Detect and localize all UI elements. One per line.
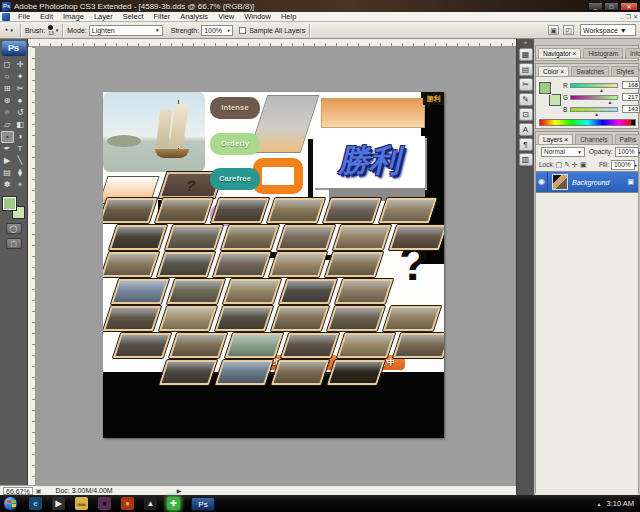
- channel-track-r[interactable]: ▲: [570, 83, 618, 88]
- channel-value-g[interactable]: 217: [622, 93, 640, 101]
- lock-icon-0[interactable]: ▢: [556, 161, 563, 168]
- menu-view[interactable]: View: [213, 12, 239, 21]
- layers-tab-paths[interactable]: Paths: [615, 134, 640, 144]
- brush-preview[interactable]: 13: [48, 25, 54, 35]
- navigator-tab-histogram[interactable]: Histogram: [583, 48, 623, 58]
- media-player-icon[interactable]: ▶: [52, 497, 65, 510]
- slice-tool-icon[interactable]: ✂: [14, 83, 27, 95]
- screen-mode-button[interactable]: ▢: [6, 238, 22, 249]
- blend-mode-dropdown[interactable]: Normal▼: [541, 147, 585, 157]
- color-tab-color[interactable]: Color ×: [538, 66, 569, 76]
- clock[interactable]: 3:10 AM: [606, 499, 634, 508]
- menu-help[interactable]: Help: [276, 12, 301, 21]
- palette-well-icon[interactable]: ▣: [548, 25, 559, 35]
- tray-expand-icon[interactable]: ▴: [597, 500, 600, 507]
- zoom-tool-icon[interactable]: ⌖: [14, 179, 27, 191]
- mode-dropdown[interactable]: Lighten▼: [89, 25, 163, 36]
- layers-tab-channels[interactable]: Channels: [575, 134, 612, 144]
- lock-icon-2[interactable]: ✛: [572, 161, 578, 168]
- move-tool-icon[interactable]: ✛: [14, 59, 27, 71]
- path-select-tool-icon[interactable]: ▶: [1, 155, 14, 167]
- type-tool-icon[interactable]: T: [14, 143, 27, 155]
- explorer-folder-icon[interactable]: ▬: [75, 497, 88, 510]
- history-brush-tool-icon[interactable]: ↺: [14, 107, 27, 119]
- lock-icon-1[interactable]: ✎: [564, 161, 570, 168]
- animation-panel-icon[interactable]: ⊡: [519, 108, 533, 121]
- color-ramp[interactable]: [539, 119, 636, 126]
- menu-layer[interactable]: Layer: [89, 12, 118, 21]
- panel-color-swatches[interactable]: [539, 82, 561, 106]
- color-tab-swatches[interactable]: Swatches: [571, 66, 609, 76]
- bridge-icon[interactable]: ◰: [563, 25, 574, 35]
- menu-file[interactable]: File: [13, 12, 35, 21]
- workspace-dropdown[interactable]: Workspace ▼: [580, 24, 636, 36]
- channel-track-b[interactable]: ▲: [570, 107, 618, 112]
- character-panel-icon[interactable]: A: [519, 123, 533, 136]
- eyedropper-tool-icon[interactable]: ⧫: [14, 167, 27, 179]
- magic-wand-tool-icon[interactable]: ✦: [14, 71, 27, 83]
- menu-select[interactable]: Select: [118, 12, 149, 21]
- eraser-tool-icon[interactable]: ▱: [1, 119, 14, 131]
- actions-panel-icon[interactable]: ▥: [519, 153, 533, 166]
- layer-comps-panel-icon[interactable]: ✎: [519, 93, 533, 106]
- foreground-color-swatch[interactable]: [3, 197, 16, 210]
- menu-image[interactable]: Image: [58, 12, 89, 21]
- ie-icon[interactable]: e: [29, 497, 42, 510]
- channel-value-b[interactable]: 143: [622, 105, 640, 113]
- sample-all-layers-checkbox[interactable]: [239, 27, 246, 34]
- channel-slider-thumb[interactable]: ▲: [594, 112, 599, 116]
- paragraph-panel-icon[interactable]: ¶: [519, 138, 533, 151]
- pen-tool-icon[interactable]: ✒: [1, 143, 14, 155]
- channel-value-r[interactable]: 168: [622, 81, 640, 89]
- healing-brush-tool-icon[interactable]: ⊕: [1, 95, 14, 107]
- navigator-tab-navigator[interactable]: Navigator ×: [538, 48, 581, 58]
- menu-edit[interactable]: Edit: [35, 12, 58, 21]
- start-button[interactable]: [3, 496, 18, 511]
- layer-thumbnail[interactable]: [552, 174, 568, 190]
- panel-foreground-swatch[interactable]: [539, 82, 551, 94]
- channel-track-g[interactable]: ▲: [570, 95, 618, 100]
- panel-background-swatch[interactable]: [549, 94, 561, 106]
- document-canvas[interactable]: 勝利 勝利 ? ? 2P PRESS F12 参加受付中 IntenseOrde…: [103, 92, 444, 438]
- channel-slider-thumb[interactable]: ▲: [608, 100, 613, 104]
- browser-orange-icon[interactable]: ●: [121, 497, 134, 510]
- color-swatches[interactable]: [3, 197, 25, 219]
- maximize-button[interactable]: □: [604, 2, 619, 11]
- media-classic-icon[interactable]: ▲: [144, 497, 157, 510]
- clone-stamp-tool-icon[interactable]: ⌾: [1, 107, 14, 119]
- shape-tool-icon[interactable]: ╲: [14, 155, 27, 167]
- channel-slider-thumb[interactable]: ▲: [599, 88, 604, 92]
- menu-filter[interactable]: Filter: [149, 12, 176, 21]
- menu-window[interactable]: Window: [239, 12, 276, 21]
- status-menu-arrow[interactable]: ▶: [177, 487, 182, 494]
- graphics-utility-icon[interactable]: ♦: [98, 497, 111, 510]
- photoshop-taskbar-button[interactable]: Ps: [191, 497, 215, 511]
- doc-minimize-button[interactable]: _: [620, 13, 623, 20]
- zoom-level-input[interactable]: 66.67%: [3, 487, 33, 495]
- collapse-dock-icon[interactable]: «: [517, 39, 534, 46]
- dodge-tool-icon[interactable]: ◑: [14, 131, 27, 143]
- strength-input[interactable]: 100%▸: [201, 25, 233, 36]
- notes-tool-icon[interactable]: ▤: [1, 167, 14, 179]
- gradient-tool-icon[interactable]: ◧: [14, 119, 27, 131]
- clone-source-panel-icon[interactable]: ▤: [519, 63, 533, 76]
- doc-restore-button[interactable]: ❐: [626, 13, 631, 20]
- close-button[interactable]: ✕: [620, 2, 638, 11]
- lock-icon-3[interactable]: ▣: [580, 161, 587, 168]
- layer-visibility-eye-icon[interactable]: ◉: [536, 172, 548, 192]
- layer-row-background[interactable]: ◉ Background ▣: [536, 171, 638, 193]
- blur-tool-icon[interactable]: ◔: [1, 131, 14, 143]
- brush-tool-icon[interactable]: ●: [14, 95, 27, 107]
- doc-close-button[interactable]: ✕: [633, 13, 638, 20]
- crop-tool-icon[interactable]: ⊞: [1, 83, 14, 95]
- messenger-icon[interactable]: ✚: [167, 497, 180, 510]
- layers-tab-layers[interactable]: Layers ×: [538, 134, 573, 144]
- color-tab-styles[interactable]: Styles: [611, 66, 639, 76]
- hand-tool-icon[interactable]: ✽: [1, 179, 14, 191]
- quick-mask-button[interactable]: ◯: [6, 223, 22, 234]
- brush-dropdown-arrow[interactable]: ▾: [56, 27, 59, 33]
- fill-input[interactable]: 100%▸: [611, 160, 635, 170]
- opacity-input[interactable]: 100%▸: [615, 147, 639, 157]
- minimize-button[interactable]: _: [588, 2, 603, 11]
- menu-analysis[interactable]: Analysis: [175, 12, 213, 21]
